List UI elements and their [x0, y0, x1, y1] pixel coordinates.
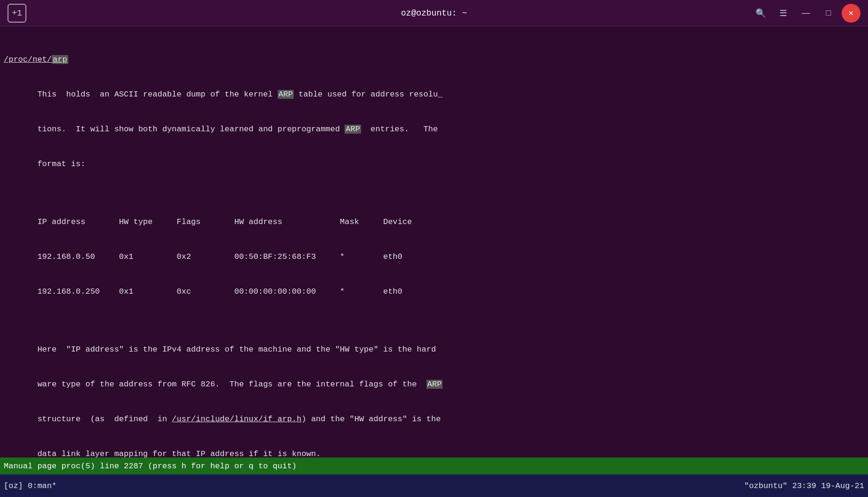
menu-button[interactable]: ☰: [774, 4, 793, 23]
arp-include-link: /usr/include/linux/if_arp.h: [172, 415, 301, 424]
terminal-icon: +1: [8, 4, 26, 23]
maximize-icon: □: [826, 8, 831, 18]
close-button[interactable]: ✕: [842, 4, 860, 23]
terminal-line: This holds an ASCII readable dump of the…: [0, 89, 868, 101]
minimize-button[interactable]: —: [796, 4, 815, 23]
window-title: oz@ozbuntu: ~: [401, 8, 467, 18]
close-icon: ✕: [848, 9, 854, 17]
terminal-line: IP address HW type Flags HW address Mask…: [0, 216, 868, 228]
search-icon: 🔍: [755, 8, 766, 18]
menu-icon: ☰: [780, 8, 787, 18]
maximize-button[interactable]: □: [819, 4, 838, 23]
search-button[interactable]: 🔍: [751, 4, 770, 23]
terminal-line: 192.168.0.250 0x1 0xc 00:00:00:00:00:00 …: [0, 286, 868, 298]
terminal-line: format is:: [0, 159, 868, 170]
terminal-line: /proc/net/arp: [0, 54, 868, 66]
session-info-left: [oz] 0:man*: [4, 481, 56, 490]
window-controls: 🔍 ☰ — □ ✕: [751, 4, 860, 23]
status-text: Manual page proc(5) line 2287 (press h f…: [4, 462, 297, 471]
proc-net-arp-header: /proc/net/arp: [4, 55, 68, 64]
terminal-line: ware type of the address from RFC 826. T…: [0, 379, 868, 391]
arp-highlight: arp: [52, 55, 68, 64]
manual-status-bar: Manual page proc(5) line 2287 (press h f…: [0, 457, 868, 474]
info-bar: [oz] 0:man* "ozbuntu" 23:39 19-Aug-21: [0, 474, 868, 497]
terminal-line: Here "IP address" is the IPv4 address of…: [0, 344, 868, 356]
terminal-content: /proc/net/arp This holds an ASCII readab…: [0, 26, 868, 457]
arp-highlight1: ARP: [278, 90, 294, 99]
arp-highlight3: ARP: [426, 380, 443, 389]
terminal-icon-label: +1: [12, 8, 22, 18]
terminal-line: 192.168.0.50 0x1 0x2 00:50:BF:25:68:F3 *…: [0, 251, 868, 263]
session-info-right: "ozbuntu" 23:39 19-Aug-21: [744, 481, 864, 490]
arp-highlight2: ARP: [345, 125, 361, 134]
titlebar: +1 oz@ozbuntu: ~ 🔍 ☰ — □ ✕: [0, 0, 868, 26]
minimize-icon: —: [802, 8, 810, 18]
terminal-line: data link layer mapping for that IP addr…: [0, 449, 868, 457]
titlebar-left: +1: [8, 4, 32, 23]
terminal-line: structure (as defined in /usr/include/li…: [0, 414, 868, 425]
terminal-line: tions. It will show both dynamically lea…: [0, 124, 868, 136]
